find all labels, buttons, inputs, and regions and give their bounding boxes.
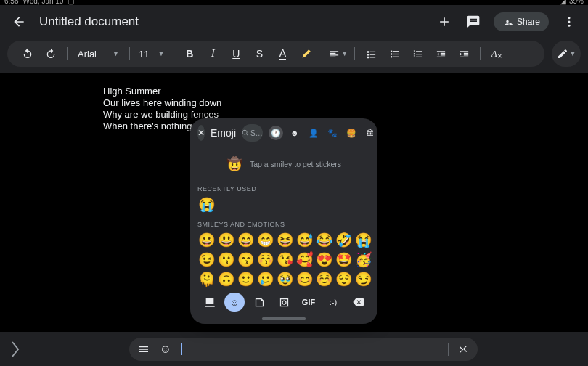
gif-mode-button[interactable]: GIF [298, 293, 319, 312]
text-line: High Summer [103, 86, 221, 97]
emoji-item[interactable]: 🙂 [237, 270, 255, 288]
draw-button[interactable]: ▼ [552, 41, 581, 67]
bitmoji-mode-button[interactable] [274, 293, 294, 312]
sticker-icon: 🤠 [226, 156, 242, 172]
share-label: Share [517, 17, 540, 27]
emoji-search[interactable]: S… [242, 124, 263, 142]
menu-button[interactable] [136, 342, 151, 357]
screenshot-icon: ▢ [68, 0, 74, 5]
emoji-item[interactable]: 🫠 [197, 270, 216, 288]
emoji-item[interactable]: 😗 [217, 251, 235, 269]
add-button[interactable] [436, 13, 453, 30]
document-canvas[interactable]: High Summer Our lives here winding down … [0, 73, 588, 331]
font-size: 11 [139, 49, 149, 60]
sticker-hint[interactable]: 🤠 Tap a smiley to get stickers [190, 146, 377, 182]
emoji-item[interactable]: 😂 [315, 231, 333, 249]
text-color-button[interactable]: A [272, 44, 293, 64]
numbered-list-button[interactable] [407, 44, 428, 64]
italic-button[interactable]: I [203, 44, 223, 64]
emoji-button[interactable]: ☺ [158, 342, 173, 357]
emoji-item[interactable]: 😅 [295, 231, 314, 249]
backspace-button[interactable] [348, 293, 368, 312]
emoji-item[interactable]: ☺️ [315, 270, 333, 288]
emoji-item[interactable]: 😊 [295, 270, 314, 288]
emoji-tab-objects[interactable]: 🏛 [363, 126, 377, 140]
smileys-label: SMILEYS AND EMOTIONS [197, 221, 370, 228]
emoji-item[interactable]: 😏 [354, 270, 372, 288]
emoji-item[interactable]: 😄 [237, 231, 255, 249]
emoji-tab-activity[interactable]: 🐾 [325, 126, 340, 140]
status-time: 6:58 [4, 0, 18, 5]
svg-point-0 [568, 17, 571, 19]
collapse-button[interactable] [456, 342, 470, 357]
keyboard-collapse-button[interactable] [200, 293, 220, 312]
format-toolbar: Arial ▼ 11 ▼ B I U S A ▼ A✕ [7, 41, 544, 67]
underline-button[interactable]: U [226, 44, 246, 64]
align-button[interactable]: ▼ [328, 44, 348, 64]
emoji-item[interactable]: 😆 [276, 231, 294, 249]
document-title[interactable]: Untitled document [39, 15, 424, 29]
back-button[interactable] [10, 13, 28, 30]
bold-button[interactable]: B [179, 44, 200, 64]
clear-format-button[interactable]: A✕ [486, 44, 507, 64]
svg-point-1 [568, 20, 571, 23]
emoji-item[interactable]: 🥲 [256, 270, 274, 288]
checklist-button[interactable] [361, 44, 381, 64]
emoji-picker: ✕ Emoji S… 🕐 ☻ 👤 🐾 🍔 🏛 🤠 Tap a smiley to… [190, 118, 377, 324]
emoji-item[interactable]: 😘 [276, 251, 294, 269]
bullet-list-button[interactable] [384, 44, 404, 64]
emoji-item[interactable]: 🤣 [335, 231, 353, 249]
svg-point-6 [282, 301, 286, 304]
emoji-tab-recent[interactable]: 🕐 [269, 126, 283, 140]
redo-button[interactable] [41, 44, 61, 64]
close-button[interactable]: ✕ [197, 125, 205, 141]
emoji-item[interactable]: 😁 [256, 231, 274, 249]
emoji-tab-food[interactable]: 🍔 [344, 126, 359, 140]
emoji-item[interactable]: 🥳 [354, 251, 372, 269]
svg-point-4 [391, 53, 393, 55]
textface-mode-button[interactable]: :-) [323, 293, 343, 312]
status-bar: 6:58 Wed, Jan 10 ▢ ◢ 39% [0, 0, 588, 5]
indent-increase-button[interactable] [454, 44, 474, 64]
emoji-item[interactable]: 😭 [197, 195, 216, 214]
emoji-item[interactable]: 🤩 [335, 251, 353, 269]
emoji-tab-people[interactable]: 👤 [306, 126, 321, 140]
emoji-item[interactable]: 🥰 [295, 251, 314, 269]
comments-button[interactable] [465, 13, 482, 30]
sticker-hint-text: Tap a smiley to get stickers [250, 160, 341, 168]
share-button[interactable]: Share [494, 12, 549, 31]
emoji-item[interactable]: 😍 [315, 251, 333, 269]
chevron-down-icon: ▼ [570, 50, 576, 57]
emoji-item[interactable]: 😭 [354, 231, 372, 249]
emoji-item[interactable]: 🥹 [276, 270, 294, 288]
indent-decrease-button[interactable] [430, 44, 451, 64]
emoji-item[interactable]: 😙 [237, 251, 255, 269]
emoji-mode-button[interactable]: ☺ [224, 293, 245, 312]
emoji-title: Emoji [211, 127, 236, 139]
status-date: Wed, Jan 10 [23, 0, 63, 5]
emoji-item[interactable]: 😃 [217, 231, 235, 249]
highlight-button[interactable] [295, 44, 316, 64]
edit-handle-icon[interactable] [7, 335, 23, 364]
sticker-mode-button[interactable] [249, 293, 269, 312]
emoji-item[interactable]: 🙃 [217, 270, 235, 288]
chevron-down-icon: ▼ [158, 50, 164, 57]
drag-handle[interactable] [262, 317, 306, 320]
emoji-item[interactable]: 😀 [197, 231, 216, 249]
emoji-item[interactable]: 😚 [256, 251, 274, 269]
more-button[interactable] [560, 13, 578, 30]
svg-point-2 [568, 24, 571, 26]
font-size-selector[interactable]: 11 ▼ [136, 49, 167, 60]
toolbar-container: Arial ▼ 11 ▼ B I U S A ▼ A✕ ▼ [0, 38, 588, 73]
emoji-item[interactable]: 😉 [197, 251, 216, 269]
network-icon: ◢ [560, 0, 566, 5]
search-placeholder: S… [250, 129, 263, 137]
strikethrough-button[interactable]: S [249, 44, 269, 64]
emoji-item[interactable]: 😌 [335, 270, 353, 288]
quick-input-bar[interactable]: ☺ [129, 338, 478, 361]
font-selector[interactable]: Arial ▼ [73, 49, 123, 60]
text-cursor [181, 343, 182, 355]
emoji-tab-smileys[interactable]: ☻ [287, 126, 302, 140]
recent-label: RECENTLY USED [197, 185, 370, 192]
undo-button[interactable] [17, 44, 38, 64]
